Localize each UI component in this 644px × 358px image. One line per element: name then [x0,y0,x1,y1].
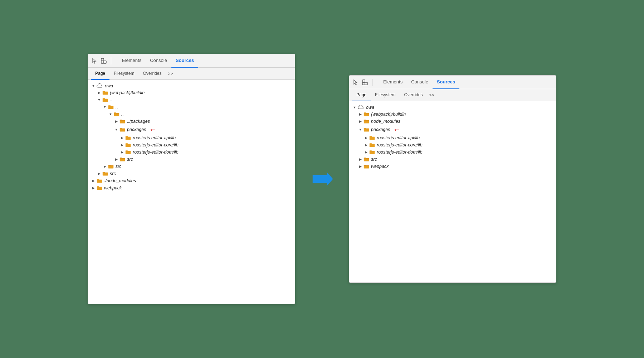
right-toolbar: Elements Console Sources [349,76,556,89]
tree-item-node-modules-right[interactable]: node_modules [349,118,556,125]
right-file-tree: owa (webpack)/buildin node_modules [349,101,556,282]
red-arrow-right: ← [393,126,401,134]
tree-label-api-lib-right: roosterjs-editor-api/lib [377,136,420,140]
folder-icon [364,118,369,124]
tree-item-api-lib-left[interactable]: roosterjs-editor-api/lib [88,134,295,141]
tree-label-webpack-buildin-left: (webpack)/buildin [110,91,145,95]
tree-item-dom-lib-right[interactable]: roosterjs-editor-dom/lib [349,149,556,156]
tree-item-dotdot1-left[interactable]: .. [88,96,295,103]
tree-item-owa-right[interactable]: owa [349,104,556,111]
tree-arrow-packages-left [114,127,119,132]
tree-label-dotdot-packages-left: ../packages [127,119,150,124]
tree-label-core-lib-right: roosterjs-editor-core/lib [377,143,423,147]
folder-icon [119,127,125,132]
tree-arrow-owa-right [352,105,357,110]
tab-sources-left[interactable]: Sources [171,54,198,68]
tree-item-src1-left[interactable]: src [88,170,295,177]
tree-label-dom-lib-left: roosterjs-editor-dom/lib [133,150,179,155]
svg-rect-2 [101,61,104,63]
tree-label-webpack-left: webpack [104,186,122,190]
tree-item-core-lib-right[interactable]: roosterjs-editor-core/lib [349,141,556,149]
folder-icon [119,118,125,124]
tree-arrow-webpack-buildin-right [358,112,363,117]
folder-icon [114,111,119,117]
tree-item-packages-right[interactable]: packages ← [349,125,556,134]
tree-item-dotdot2-left[interactable]: .. [88,103,295,111]
tree-label-webpack-right: webpack [371,164,389,169]
tree-arrow-dotdot2-left [102,105,107,110]
tree-arrow-dotdot-packages-left [114,119,119,124]
tree-label-dom-lib-right: roosterjs-editor-dom/lib [377,150,423,155]
tree-arrow-dom-right [364,150,369,155]
tree-item-src2-left[interactable]: src [88,163,295,170]
folder-icon [364,164,369,169]
tree-item-dom-lib-left[interactable]: roosterjs-editor-dom/lib [88,149,295,156]
left-toolbar-tabs: Elements Console Sources [118,54,198,67]
inspect-element-icon[interactable] [100,57,107,64]
sub-tab-more-right[interactable]: >> [427,93,436,98]
sub-tab-overrides-left[interactable]: Overrides [138,68,166,80]
cloud-icon-right [358,105,364,110]
tree-item-src-right[interactable]: src [349,156,556,163]
tree-arrow-src-inner-left [114,157,119,162]
tree-item-dotdot-packages-left[interactable]: ../packages [88,118,295,125]
tree-item-node-modules-left[interactable]: ./node_modules [88,177,295,184]
sub-tab-more-left[interactable]: >> [166,71,175,76]
tree-item-owa-left[interactable]: owa [88,83,295,89]
tree-label-webpack-buildin-right: (webpack)/buildin [371,112,406,117]
tree-label-node-modules-left: ./node_modules [104,179,136,183]
tree-arrow-src2-left [102,164,107,169]
cursor-icon-right[interactable] [352,79,359,86]
tree-arrow-webpack-right [358,164,363,169]
tree-item-api-lib-right[interactable]: roosterjs-editor-api/lib [349,134,556,141]
tab-elements-left[interactable]: Elements [118,54,146,68]
cursor-icon[interactable] [91,57,98,64]
sub-tab-page-left[interactable]: Page [91,68,109,80]
tree-label-dotdot2-left: .. [116,105,118,110]
folder-icon [369,142,375,148]
tree-label-packages-left: packages [127,127,146,132]
folder-icon [125,135,131,141]
tab-console-left[interactable]: Console [146,54,171,68]
sub-tab-filesystem-right[interactable]: Filesystem [371,89,400,101]
tree-item-webpack-buildin-left[interactable]: (webpack)/buildin [88,89,295,96]
folder-icon [102,90,108,96]
svg-rect-1 [104,61,106,63]
tree-arrow-src-right [358,157,363,162]
tree-arrow-src1-left [97,171,102,176]
tree-label-packages-right: packages [371,127,390,132]
right-sub-toolbar: Page Filesystem Overrides >> [349,89,556,101]
tree-arrow-dom-left [119,150,125,155]
tree-label-node-modules-right: node_modules [371,119,400,124]
tree-item-webpack-right[interactable]: webpack [349,163,556,170]
tree-item-webpack-left[interactable]: webpack [88,184,295,192]
tree-item-core-lib-left[interactable]: roosterjs-editor-core/lib [88,141,295,149]
svg-marker-3 [313,172,333,186]
sub-tab-overrides-right[interactable]: Overrides [400,89,427,101]
tab-console-right[interactable]: Console [407,76,433,89]
sub-tab-filesystem-left[interactable]: Filesystem [109,68,138,80]
tree-arrow-webpack-left [97,90,102,95]
tree-label-dotdot3-left: .. [121,112,124,117]
folder-icon [108,164,114,169]
left-sub-toolbar: Page Filesystem Overrides >> [88,68,295,80]
cloud-icon-left [97,83,103,88]
svg-rect-5 [365,82,367,85]
tree-item-dotdot3-left[interactable]: .. [88,111,295,118]
tab-sources-right[interactable]: Sources [433,76,459,89]
tree-label-src-inner-left: src [127,157,133,162]
sub-tab-page-right[interactable]: Page [352,89,371,101]
tree-item-src-inner-left[interactable]: src [88,156,295,163]
tab-elements-right[interactable]: Elements [379,76,407,89]
folder-icon [364,156,369,162]
inspect-element-icon-right[interactable] [361,79,369,86]
folder-icon [125,142,131,148]
toolbar-divider [111,57,111,64]
right-toolbar-tabs: Elements Console Sources [379,76,459,89]
tree-item-webpack-buildin-right[interactable]: (webpack)/buildin [349,111,556,118]
tree-label-dotdot1-left: .. [110,98,112,102]
tree-label-src2-left: src [116,164,122,169]
tree-label-owa-right: owa [366,105,374,110]
tree-item-packages-left[interactable]: packages ← [88,125,295,134]
left-file-tree: owa (webpack)/buildin .. [88,80,295,304]
